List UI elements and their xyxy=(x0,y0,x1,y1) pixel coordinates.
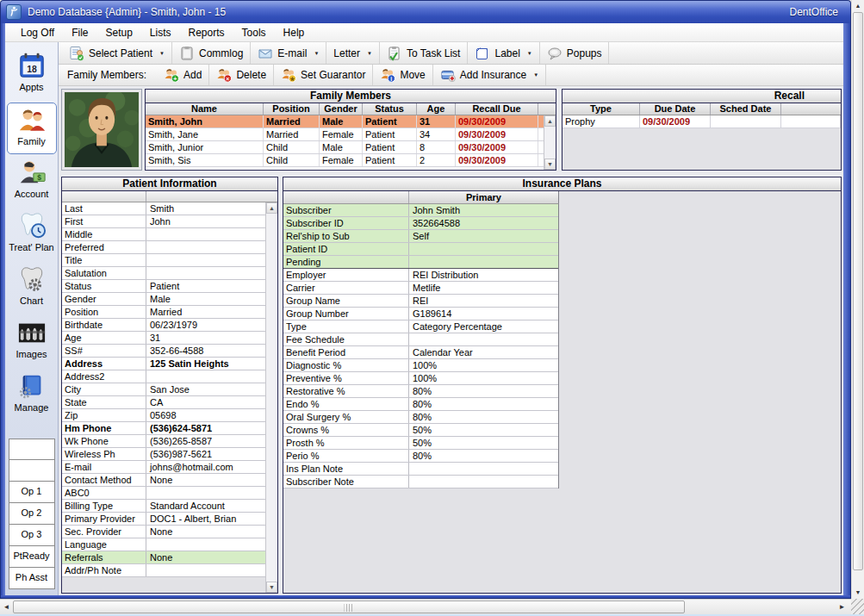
patient-info-row-billing-type[interactable]: Billing TypeStandard Account xyxy=(62,500,265,513)
label-button[interactable]: Label▼ xyxy=(468,42,539,64)
patient-info-row-preferred[interactable]: Preferred xyxy=(62,241,265,254)
patient-info-row-birthdate[interactable]: Birthdate06/23/1979 xyxy=(62,319,265,332)
insurance-row-group-name[interactable]: Group NameREI xyxy=(283,295,558,308)
sidebar-module-appts[interactable]: 18Appts xyxy=(7,49,57,103)
horizontal-scroll-thumb[interactable] xyxy=(13,600,685,613)
column-header-gender[interactable]: Gender xyxy=(320,103,363,115)
family-member-row-smith-john[interactable]: Smith, JohnMarriedMalePatient3109/30/200… xyxy=(146,115,544,128)
family-grid-scrollbar[interactable]: ▲ ▼ xyxy=(544,115,556,170)
patient-info-row-e-mail[interactable]: E-mailjohns@hotmail.com xyxy=(62,461,265,474)
insurance-row-oral-surgery[interactable]: Oral Surgery %80% xyxy=(283,411,558,424)
op-cell-empty[interactable] xyxy=(9,460,55,482)
column-header-type[interactable]: Type xyxy=(563,103,640,115)
patient-info-row-wireless-ph[interactable]: Wireless Ph(536)987-5621 xyxy=(62,448,265,461)
sidebar-module-family[interactable]: Family xyxy=(7,103,57,154)
sidebar-module-images[interactable]: Images xyxy=(7,316,57,370)
family-member-row-smith-sis[interactable]: Smith, SisChildFemalePatient209/30/2009 xyxy=(146,154,544,167)
insurance-row-preventive[interactable]: Preventive %100% xyxy=(283,372,558,385)
op-button-ph-asst[interactable]: Ph Asst xyxy=(9,568,55,589)
column-header-age[interactable]: Age xyxy=(417,103,456,115)
column-header-position[interactable]: Position xyxy=(264,103,320,115)
patient-info-row-title[interactable]: Title xyxy=(62,254,265,267)
scroll-right-icon[interactable]: ► xyxy=(836,603,848,611)
patient-info-row-city[interactable]: CitySan Jose xyxy=(62,383,265,396)
insurance-row-employer[interactable]: EmployerREI Distribution xyxy=(283,269,558,282)
commlog-button[interactable]: Commlog xyxy=(172,42,251,64)
patient-info-row-salutation[interactable]: Salutation xyxy=(62,267,265,280)
family-member-row-smith-jane[interactable]: Smith, JaneMarriedFemalePatient3409/30/2… xyxy=(146,128,544,141)
to-task-list-button[interactable]: To Task List xyxy=(380,42,468,64)
move-button[interactable]: iMove xyxy=(373,65,432,85)
column-header-due-date[interactable]: Due Date xyxy=(640,103,711,115)
insurance-row-carrier[interactable]: CarrierMetlife xyxy=(283,282,558,295)
patient-info-row-abc0[interactable]: ABC0 xyxy=(62,487,265,500)
patient-info-row-first[interactable]: FirstJohn xyxy=(62,215,265,228)
add-insurance-button[interactable]: Add Insurance▼ xyxy=(433,65,546,85)
insurance-row-benefit-period[interactable]: Benefit PeriodCalendar Year xyxy=(283,346,558,359)
column-header-sched-date[interactable]: Sched Date xyxy=(711,103,781,115)
dropdown-arrow-icon[interactable]: ▼ xyxy=(364,51,372,56)
insurance-row-subscriber[interactable]: SubscriberJohn Smith xyxy=(283,204,558,217)
patient-info-row-middle[interactable]: Middle xyxy=(62,228,265,241)
select-patient-button[interactable]: Select Patient▼ xyxy=(62,42,172,64)
sidebar-module-treat-plan[interactable]: Treat' Plan xyxy=(7,209,57,263)
outer-horizontal-scrollbar[interactable]: ◄ ► xyxy=(0,599,851,614)
scroll-left-icon[interactable]: ◄ xyxy=(0,603,13,611)
menu-item-lists[interactable]: Lists xyxy=(141,27,180,39)
op-cell-empty[interactable] xyxy=(9,439,55,460)
insurance-row-rel-ship-to-sub[interactable]: Rel'ship to SubSelf xyxy=(283,230,558,243)
scroll-down-icon[interactable]: ▼ xyxy=(266,582,277,593)
delete-button[interactable]: ×Delete xyxy=(209,65,274,85)
scroll-up-icon[interactable]: ▲ xyxy=(544,115,556,127)
insurance-row-type[interactable]: TypeCategory Percentage xyxy=(283,320,558,333)
scroll-up-icon[interactable]: ▲ xyxy=(852,0,864,12)
column-header-recall-due[interactable]: Recall Due xyxy=(456,103,538,115)
scroll-down-icon[interactable]: ▼ xyxy=(852,587,864,599)
scroll-up-icon[interactable]: ▲ xyxy=(266,202,277,214)
recall-row-prophy[interactable]: Prophy09/30/2009 xyxy=(563,115,841,128)
patient-info-scrollbar[interactable]: ▲ ▼ xyxy=(265,202,277,593)
patient-info-row-language[interactable]: Language xyxy=(62,538,265,551)
letter-button[interactable]: Letter▼ xyxy=(326,42,380,64)
patient-info-row-zip[interactable]: Zip05698 xyxy=(62,409,265,422)
patient-info-row-address[interactable]: Address125 Satin Heights xyxy=(62,358,265,370)
patient-info-row-primary-provider[interactable]: Primary ProviderDOC1 - Albert, Brian xyxy=(62,513,265,526)
menu-item-setup[interactable]: Setup xyxy=(96,27,140,39)
patient-info-row-wk-phone[interactable]: Wk Phone(536)265-8587 xyxy=(62,435,265,448)
menu-item-reports[interactable]: Reports xyxy=(180,27,233,39)
insurance-row-pending[interactable]: Pending xyxy=(283,256,558,269)
dropdown-arrow-icon[interactable]: ▼ xyxy=(157,51,165,56)
patient-info-row-status[interactable]: StatusPatient xyxy=(62,280,265,293)
menu-item-file[interactable]: File xyxy=(63,27,96,39)
sidebar-module-account[interactable]: $Account xyxy=(7,156,57,209)
menu-item-log-off[interactable]: Log Off xyxy=(12,27,63,39)
resize-grip[interactable] xyxy=(851,599,864,614)
insurance-row-crowns[interactable]: Crowns %50% xyxy=(283,424,558,437)
titlebar[interactable]: Demo Database {Admin} - Smith, John - 15… xyxy=(0,0,851,23)
popups-button[interactable]: Popups xyxy=(540,42,610,64)
insurance-row-diagnostic[interactable]: Diagnostic %100% xyxy=(283,359,558,372)
insurance-row-perio[interactable]: Perio %80% xyxy=(283,450,558,463)
vertical-scroll-thumb[interactable] xyxy=(853,12,863,570)
op-button-ptready[interactable]: PtReady xyxy=(9,546,55,568)
outer-vertical-scrollbar[interactable]: ▲ ▼ xyxy=(851,0,864,599)
op-button-op-2[interactable]: Op 2 xyxy=(9,503,55,525)
insurance-row-patient-id[interactable]: Patient ID xyxy=(283,243,558,256)
insurance-row-ins-plan-note[interactable]: Ins Plan Note xyxy=(283,463,558,476)
patient-info-row-state[interactable]: StateCA xyxy=(62,396,265,409)
sidebar-module-chart[interactable]: Chart xyxy=(7,263,57,316)
patient-info-row-sec-provider[interactable]: Sec. ProviderNone xyxy=(62,526,265,538)
menu-item-tools[interactable]: Tools xyxy=(233,27,275,39)
insurance-row-endo[interactable]: Endo %80% xyxy=(283,398,558,411)
menu-item-help[interactable]: Help xyxy=(275,27,314,39)
column-header-status[interactable]: Status xyxy=(363,103,417,115)
sidebar-module-manage[interactable]: Manage xyxy=(7,370,57,423)
patient-info-row-position[interactable]: PositionMarried xyxy=(62,306,265,319)
dropdown-arrow-icon[interactable]: ▼ xyxy=(531,72,538,78)
insurance-row-prosth[interactable]: Prosth %50% xyxy=(283,437,558,450)
insurance-row-subscriber-id[interactable]: Subscriber ID352664588 xyxy=(283,217,558,230)
patient-info-row-age[interactable]: Age31 xyxy=(62,332,265,345)
patient-info-row-referrals[interactable]: ReferralsNone xyxy=(62,551,265,564)
insurance-row-subscriber-note[interactable]: Subscriber Note xyxy=(283,476,558,488)
insurance-row-fee-schedule[interactable]: Fee Schedule xyxy=(283,333,558,346)
